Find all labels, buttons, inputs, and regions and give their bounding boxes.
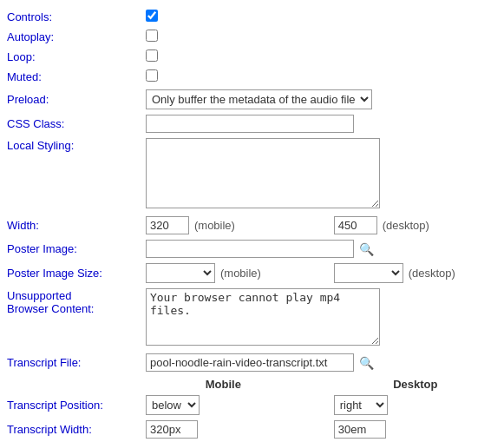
- transcript-position-mobile-select[interactable]: below above left right: [146, 395, 200, 415]
- poster-size-desktop-select[interactable]: auto cover contain: [334, 263, 403, 283]
- width-desktop-cell: (desktop): [331, 214, 501, 237]
- loop-label: Loop:: [3, 47, 142, 67]
- transcript-position-desktop-cell: below above left right: [331, 393, 501, 418]
- autoplay-label: Autoplay:: [3, 27, 142, 47]
- unsupported-text: Unsupported: [7, 289, 71, 302]
- loop-checkbox[interactable]: [146, 49, 158, 62]
- autoplay-cell: [142, 27, 304, 47]
- loop-cell: [142, 47, 304, 67]
- poster-size-label: Poster Image Size:: [3, 261, 142, 286]
- muted-cell: [142, 67, 304, 87]
- css-class-label: CSS Class:: [3, 112, 142, 135]
- width-mobile-input[interactable]: [146, 216, 189, 234]
- transcript-file-cell: [142, 351, 501, 374]
- poster-mobile-paren: (mobile): [220, 267, 261, 280]
- transcript-width-label: Transcript Width:: [3, 418, 142, 441]
- transcript-file-input[interactable]: [146, 353, 354, 372]
- preload-select[interactable]: Only buffer the metadata of the audio fi…: [146, 89, 372, 109]
- unsupported-cell: Your browser cannot play mp4 files.: [142, 286, 501, 351]
- css-class-input[interactable]: [146, 115, 354, 133]
- css-class-cell: [142, 112, 501, 135]
- poster-size-desktop-cell: auto cover contain (desktop): [331, 261, 501, 286]
- poster-search-icon[interactable]: [359, 242, 373, 256]
- muted-label: Muted:: [3, 67, 142, 87]
- browser-content-text: Browser Content:: [7, 302, 94, 315]
- poster-size-mobile-cell: auto cover contain (mobile): [142, 261, 304, 286]
- transcript-search-icon[interactable]: [359, 356, 373, 370]
- local-styling-cell: [142, 135, 501, 214]
- transcript-position-mobile-cell: below above left right: [142, 393, 304, 418]
- local-styling-label: Local Styling:: [3, 135, 142, 214]
- width-mobile-cell: (mobile): [142, 214, 304, 237]
- poster-image-input[interactable]: [146, 240, 354, 258]
- transcript-width-mobile-input[interactable]: [146, 420, 198, 439]
- poster-desktop-paren: (desktop): [409, 267, 455, 280]
- transcript-file-label: Transcript File:: [3, 351, 142, 374]
- unsupported-textarea[interactable]: Your browser cannot play mp4 files.: [146, 288, 380, 346]
- controls-label: Controls:: [3, 7, 142, 27]
- unsupported-label: Unsupported Browser Content:: [3, 286, 142, 351]
- local-styling-textarea[interactable]: [146, 138, 380, 208]
- preload-label: Preload:: [3, 87, 142, 112]
- transcript-position-label: Transcript Position:: [3, 393, 142, 418]
- transcript-width-desktop-cell: [331, 418, 501, 441]
- width-label: Width:: [3, 214, 142, 237]
- controls-cell: [142, 7, 304, 27]
- transcript-width-mobile-cell: [142, 418, 304, 441]
- mobile-section-header: Mobile: [142, 374, 304, 393]
- mobile-paren-label: (mobile): [194, 219, 235, 232]
- poster-size-mobile-select[interactable]: auto cover contain: [146, 263, 215, 283]
- muted-checkbox[interactable]: [146, 69, 158, 82]
- transcript-position-desktop-select[interactable]: below above left right: [334, 395, 388, 415]
- autoplay-checkbox[interactable]: [146, 30, 158, 42]
- transcript-width-desktop-input[interactable]: [334, 420, 386, 439]
- width-desktop-input[interactable]: [334, 216, 377, 234]
- preload-cell: Only buffer the metadata of the audio fi…: [142, 87, 501, 112]
- desktop-section-header: Desktop: [331, 374, 501, 393]
- desktop-paren-label: (desktop): [383, 219, 429, 232]
- controls-checkbox[interactable]: [146, 10, 158, 22]
- poster-image-label: Poster Image:: [3, 237, 142, 261]
- poster-image-cell: [142, 237, 501, 261]
